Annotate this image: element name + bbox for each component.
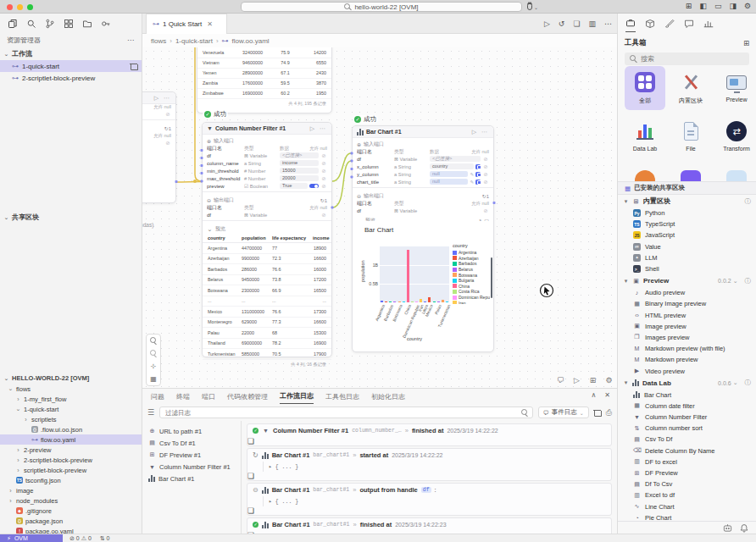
log-open-icon[interactable]: ❏ xyxy=(247,472,254,480)
panel-tab-工具包日志[interactable]: 工具包日志 xyxy=(325,389,359,404)
blocks-icon[interactable] xyxy=(64,19,74,29)
command-center[interactable]: hello-world-22 [OVM] xyxy=(241,2,522,12)
run-flow-icon[interactable]: ▷ xyxy=(544,19,550,28)
toolbox-search[interactable] xyxy=(625,53,749,65)
tree-item-1-quick-start[interactable]: ⌄1-quick-start xyxy=(0,404,142,414)
category-全部[interactable]: 全部 xyxy=(625,66,665,110)
tree-item-scriptlets[interactable]: ›scriptlets xyxy=(0,414,142,424)
category-内置区块[interactable]: 内置区块 xyxy=(670,66,711,110)
block-Shell[interactable]: >_Shell xyxy=(618,263,756,274)
flow-canvas[interactable]: Venezuela3240000075.914200Vietnam9460000… xyxy=(142,47,617,388)
toolbox-search-input[interactable] xyxy=(641,55,734,63)
minimize-window-button[interactable] xyxy=(17,4,23,10)
explorer-more-icon[interactable]: ⋯ xyxy=(127,36,135,44)
delete-workflow-icon[interactable] xyxy=(130,63,136,70)
add-block-icon[interactable]: ⊞ xyxy=(743,39,749,47)
close-panel-icon[interactable]: ✕ xyxy=(604,391,610,399)
block-Column-Number-Filter[interactable]: ▼Column Number Filter xyxy=(618,412,756,423)
log-expand-row[interactable]: ▸ { ... } xyxy=(263,462,611,472)
block-Audio-preview[interactable]: ♪Audio preview xyxy=(618,287,756,298)
tree-item-tsconfig-json[interactable]: TStsconfig.json xyxy=(0,475,142,485)
block-Bar-Chart[interactable]: Bar Chart xyxy=(618,390,756,401)
tree-item-image[interactable]: ›image xyxy=(0,485,142,495)
group-version[interactable]: 0.0.2⌄ xyxy=(718,278,737,285)
more-actions-icon[interactable]: ⋯ xyxy=(604,19,612,28)
category-File[interactable]: File xyxy=(670,115,711,159)
section-shared-blocks[interactable]: ⌄共享区块 xyxy=(0,211,142,224)
log-node-Column-Number-Filter-1[interactable]: ▼Column Number Filter #1 xyxy=(142,461,241,473)
block-Image-preview[interactable]: ▣Image preview xyxy=(618,321,756,332)
minimap-icon[interactable]: ▦ xyxy=(149,375,158,383)
canvas-settings-icon[interactable]: ⚙ xyxy=(603,374,614,385)
folder-icon[interactable] xyxy=(82,19,92,29)
section-project[interactable]: ⌄HELLO-WORLD-22 [OVM] xyxy=(0,373,142,384)
settings-gear-icon[interactable]: ⚙ xyxy=(744,2,751,10)
group-内置区块[interactable]: ▾⊞内置区块ⓘ xyxy=(618,195,756,207)
log-entry[interactable]: ✓▼Column Number Filter #1column_number_…… xyxy=(247,423,612,446)
block-Column-number-sort[interactable]: ⇅Column number sort xyxy=(618,423,756,434)
log-node-Csv-To-Df-1[interactable]: ▤Csv To Df #1 xyxy=(142,437,241,449)
export-icon[interactable]: ❏ xyxy=(573,19,580,28)
tree-item-1-my-first-flow[interactable]: ›1-my_first_flow xyxy=(0,394,142,404)
bell-icon[interactable] xyxy=(740,523,748,533)
log-expand-row[interactable]: ▸ { ... } xyxy=(263,496,611,506)
block-Excel-to-df[interactable]: ▥Excel to df xyxy=(618,489,756,501)
block-Images-preview[interactable]: ❐Images preview xyxy=(618,332,756,343)
tree-item--gitignore[interactable]: ◆.gitignore xyxy=(0,506,142,516)
info-icon[interactable]: ⓘ xyxy=(745,277,752,285)
breadcrumb-item[interactable]: flow.oo.yaml xyxy=(232,37,270,45)
log-entry[interactable]: ⊖Bar Chart #1bar_chart#1»output from han… xyxy=(247,483,612,516)
fit-view-icon[interactable]: ⊹ xyxy=(149,362,158,370)
problems-indicator[interactable]: ⊘ 0 ⚠ 0 xyxy=(69,535,92,542)
log-filter-input[interactable] xyxy=(159,406,533,418)
category-Data Lab[interactable]: Data Lab xyxy=(625,115,665,159)
tree-item--flow-ui-oo-json[interactable]: {}.flow.ui.oo.json xyxy=(0,424,142,434)
run-all-icon[interactable]: ▷ xyxy=(571,374,582,385)
split-editor-icon[interactable]: ▥ xyxy=(588,19,596,28)
block-TypeScript[interactable]: TSTypeScript xyxy=(618,218,756,230)
category-Transform[interactable]: ⇄Transform xyxy=(716,115,756,159)
tab-theme-icon[interactable] xyxy=(664,19,675,32)
layout-grid-icon[interactable]: ⊞ xyxy=(587,374,598,385)
block-HTML-preview[interactable]: ‹›HTML preview xyxy=(618,310,756,321)
collapse-panel-icon[interactable]: ∧ xyxy=(591,391,596,399)
breadcrumb[interactable]: flows›1-quick-start›⊶flow.oo.yaml xyxy=(142,34,617,47)
block-Markdown-preview[interactable]: MMarkdown preview xyxy=(618,354,756,365)
maximize-window-button[interactable] xyxy=(27,4,33,10)
close-window-button[interactable] xyxy=(7,4,13,10)
assistant-cat-icon[interactable]: ⌄ xyxy=(527,3,538,11)
explorer-files-icon[interactable] xyxy=(8,19,18,29)
log-node-URL-to-path-1[interactable]: ⊕URL to path #1 xyxy=(142,425,241,437)
filter-list-icon[interactable]: ☰ xyxy=(147,408,154,417)
category-Preview[interactable]: Preview xyxy=(716,66,756,110)
block-Delete-Column-By-Name[interactable]: ⌫Delete Column By Name xyxy=(618,445,756,456)
block-Markdown-preview-with-file-[interactable]: MMarkdown preview (with file) xyxy=(618,343,756,354)
block-JavaScript[interactable]: JSJavaScript xyxy=(618,230,756,241)
category-orange[interactable] xyxy=(625,164,665,181)
group-Data-Lab[interactable]: ▾Data Lab0.0.6⌄ⓘ xyxy=(618,377,756,390)
toggle-panel-icon[interactable]: ▭ xyxy=(714,2,722,10)
tree-item-2-scriptlet-block-preview[interactable]: ›2-scriptlet-block-preview xyxy=(0,455,142,465)
tab-comments-icon[interactable] xyxy=(684,19,694,32)
block-LLM[interactable]: ✦LLM xyxy=(618,252,756,263)
category-light[interactable] xyxy=(716,164,756,181)
block-DF-Preview[interactable]: ⊞DF Preview xyxy=(618,467,756,478)
ports-indicator[interactable]: ⇅ 0 xyxy=(100,535,110,542)
close-tab-icon[interactable]: ✕ xyxy=(207,20,213,28)
tab-stats-icon[interactable] xyxy=(703,19,714,32)
panel-tab-初始化日志[interactable]: 初始化日志 xyxy=(371,389,405,404)
info-icon[interactable]: ⓘ xyxy=(745,379,752,387)
clear-logs-icon[interactable] xyxy=(594,409,601,417)
log-open-icon[interactable]: ❏ xyxy=(247,506,254,515)
block-Df-To-Csv[interactable]: ▤Df To Csv xyxy=(618,478,756,489)
zoom-out-icon[interactable] xyxy=(149,350,158,357)
toggle-left-sidebar-icon[interactable]: ◧ xyxy=(699,2,707,10)
remote-indicator[interactable]: ⚡ OVM xyxy=(0,534,63,542)
block-Video-preview[interactable]: ▶Video preview xyxy=(618,365,756,376)
rerun-icon[interactable]: ↺ xyxy=(559,19,565,28)
tree-item-flow-oo-yaml[interactable]: ⊶flow.oo.yaml xyxy=(0,434,142,445)
breadcrumb-item[interactable]: 1-quick-start xyxy=(175,37,213,45)
block-Binary-Image-preview[interactable]: ▦Binary Image preview xyxy=(618,298,756,309)
block-Value[interactable]: ≔Value xyxy=(618,241,756,252)
sidebar-item-1-quick-start[interactable]: ⊶1-quick-start xyxy=(0,60,142,72)
